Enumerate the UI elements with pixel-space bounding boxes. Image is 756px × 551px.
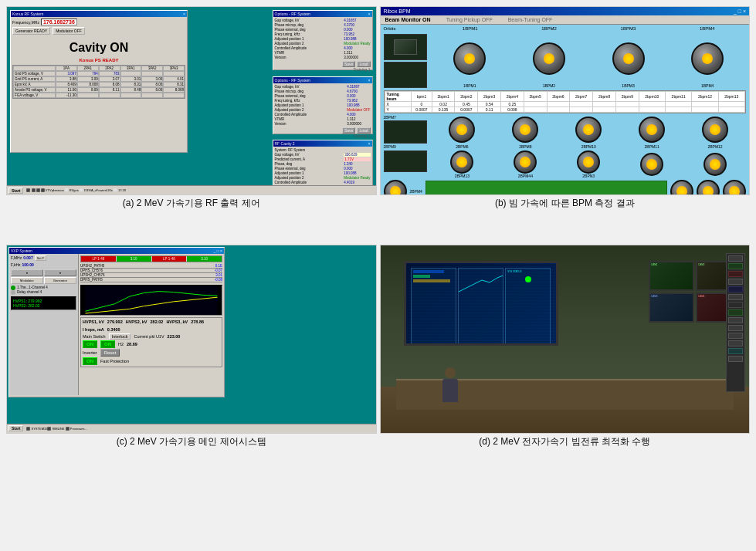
- f-mhz-label: F,MHz: [11, 255, 22, 260]
- bpm-row-4: 2BPM4: [381, 179, 750, 195]
- training1-window: Options - RF System × Gap voltage, kV4.3…: [273, 10, 373, 70]
- cam-monitor-1: CAM1: [649, 261, 694, 291]
- ctrl-start-button[interactable]: Start: [8, 425, 23, 431]
- interlock-label: Interlock: [109, 333, 131, 340]
- bpm-circle-15: [384, 180, 407, 195]
- f-mhz-value: 0.097: [23, 255, 33, 260]
- save-btn-2[interactable]: Save: [342, 127, 355, 134]
- hvps-display-small: HVPS1: 279.992 HVPS2: 282.02: [11, 296, 76, 310]
- rf-main-window: Konus RF System × Frequency,MHz 176.1682…: [10, 10, 188, 153]
- freq-label: Frequency,MHz: [12, 20, 39, 25]
- bpm-circle-11: [514, 150, 537, 174]
- freq-row: Frequency,MHz 176.1682736: [12, 19, 185, 25]
- bpm-circle-8: [639, 117, 665, 143]
- bpm-circle-9: [702, 117, 728, 143]
- taskbar-items: ⬛ ⬛ ⬛ ⬛ VTVpkmasos ⬜ RVgns ⬜ D3S/A_vFowe…: [26, 188, 126, 192]
- tuning-pickup-label: Tuning Pickup OFF: [446, 17, 493, 22]
- ctrl-right-panel: LP 1-48 3.10 LP 1-48 3.10 UPSH2_PATH50.1…: [79, 254, 224, 395]
- bpm-cam-1: [384, 34, 427, 60]
- bpm-col-headers: Orbits 1BPM1 1BPM2 1BPM3 1BPM4: [381, 25, 750, 32]
- bpm-row-1: 1BPM1 1BPM2 1BPM3 1BPM4: [381, 32, 750, 90]
- rf-main-title: Konus RF System ×: [11, 11, 187, 17]
- voltage-table: 1PA 2PA1 2PA2 3PA1 3PA2 3PA3 Grid PS vol…: [12, 65, 185, 99]
- caption-c: (c) 2 MeV 가속기용 메인 제어시스템: [6, 434, 377, 450]
- bpm-circles-row2: 2BPM6 2BPM8 2BPM10 2BPM11: [432, 115, 747, 149]
- hvps-row-main: HVPS1, kV 279.992 HVPS2, kV 282.02 HVPS3…: [80, 317, 222, 367]
- main-ctrl-inner: VXP System _ □ × F,MHz 0.097 Set F: [8, 247, 225, 397]
- bpm-circles-row3: 2BPM13 2BPM44 2BPN3: [432, 150, 747, 178]
- bpm-table-inner: Tuningbeam bpm1 2bpm1 2bpm2 2bpm3 2bpm4 …: [385, 91, 746, 113]
- equipment-racks: [726, 253, 745, 392]
- rf-system-window: Konus RF System × Frequency,MHz 176.1682…: [7, 7, 376, 194]
- panel-c: VXP System _ □ × F,MHz 0.097 Set F: [6, 245, 377, 434]
- bpm-title: Ribox BPM: [384, 8, 411, 14]
- bpm-circle-6: [512, 117, 538, 143]
- training1-body: Gap voltage, kV4.31657 Phase microp, deg…: [273, 17, 372, 73]
- photo-scene: SYS STATUS CAM1: [381, 245, 750, 433]
- bpm-circle-13: [640, 153, 663, 176]
- load-btn-2[interactable]: Load: [357, 127, 370, 134]
- bpm-circle-17: [697, 180, 720, 195]
- training3-title: RF Cavity 2 ×: [273, 140, 372, 147]
- bpm-cam-2: [384, 62, 427, 88]
- main-container: Konus RF System × Frequency,MHz 176.1682…: [0, 0, 756, 551]
- beam-tuning-label: Beam-Tuning OFF: [508, 17, 553, 22]
- bpm-circle-10: [450, 150, 473, 174]
- main-triple-monitor: SYS STATUS: [404, 261, 558, 346]
- caption-b: (b) 빔 가속에 따른 BPM 측정 결과: [380, 195, 751, 211]
- cavity-on-label: Cavity ON: [12, 41, 185, 55]
- on-button-interlock[interactable]: ON: [100, 340, 115, 348]
- load-btn-1[interactable]: Load: [357, 61, 370, 67]
- cam-monitor-3: CAM3: [649, 292, 694, 323]
- caption-a: (a) 2 MeV 가속기용 RF 출력 제어: [6, 195, 377, 211]
- person-silhouette: [442, 367, 458, 402]
- bpm-circle-18: [723, 180, 746, 195]
- ps-ready-label: Konus PS READY: [12, 58, 185, 63]
- taskbar: Start ⬛ ⬛ ⬛ ⬛ VTVpkmasos ⬜ RVgns ⬜ D3S/A…: [7, 185, 376, 194]
- panel-b: Ribox BPM _ □ × Beam Monitor ON Tuning P…: [380, 6, 751, 195]
- bpm-circle-16: [670, 180, 693, 195]
- panel-d: SYS STATUS CAM1: [380, 245, 751, 434]
- main-ctrl-window: VXP System _ □ × F,MHz 0.097 Set F: [7, 245, 376, 433]
- set-f-button[interactable]: Set F: [35, 255, 47, 261]
- main-ctrl-title: VXP System _ □ ×: [9, 248, 224, 254]
- bpm-circle-7: [575, 117, 602, 143]
- chart-area: [80, 285, 222, 316]
- bpm-data-table: Tuningbeam bpm1 2bpm1 2bpm2 2bpm3 2bpm4 …: [384, 90, 747, 113]
- bpm-circle-2: [533, 42, 565, 75]
- rf-main-body: Frequency,MHz 176.1682736 Generator READ…: [11, 17, 187, 100]
- panel-a: Konus RF System × Frequency,MHz 176.1682…: [6, 6, 377, 195]
- bpm-circle-3: [612, 42, 645, 75]
- panel-c-cell: VXP System _ □ × F,MHz 0.097 Set F: [6, 245, 377, 480]
- generator-status[interactable]: Generator READY: [12, 27, 50, 35]
- inverter-label: Inverter: [83, 350, 97, 355]
- reset-button[interactable]: Reset: [100, 349, 120, 357]
- bpm-title-bar: Ribox BPM _ □ ×: [381, 7, 750, 15]
- on-button-2[interactable]: ON: [83, 357, 97, 365]
- bpm-cam-4: [384, 150, 427, 172]
- hvps3-val: 278.86: [191, 319, 204, 324]
- save-btn-1[interactable]: Save: [342, 61, 355, 67]
- ctrl-left-panel: F,MHz 0.097 Set F F,kHz 100.00 ●: [9, 254, 79, 395]
- bpm-circle-5: [449, 117, 475, 143]
- bpm-controls-bar: Beam Monitor ON Tuning Pickup OFF Beam-T…: [381, 15, 750, 25]
- beam-monitor-label: Beam Monitor ON: [385, 17, 431, 22]
- hvps3-label: HVPS3, kV: [166, 319, 188, 324]
- training2-body: Gap voltage, kV4.31897 Phase microp, deg…: [273, 83, 372, 140]
- hvps1-val: 279.992: [107, 319, 123, 324]
- start-button[interactable]: Start: [8, 188, 23, 194]
- bpm-circles-row1: 1BPM1 1BPM2 1BPM3 1BPM4: [432, 34, 747, 88]
- on-button-1[interactable]: ON: [83, 340, 97, 348]
- panel-a-cell: Konus RF System × Frequency,MHz 176.1682…: [6, 6, 377, 242]
- training2-window: Options - RF System × Gap voltage, kV4.3…: [273, 76, 373, 134]
- rf-title-label: Konus RF System: [12, 12, 43, 16]
- status-row: Generator READY Modulator OFF: [12, 27, 185, 35]
- panel-b-cell: Ribox BPM _ □ × Beam Monitor ON Tuning P…: [380, 6, 751, 242]
- param-grid: LP 1-48 3.10 LP 1-48 3.10: [80, 255, 222, 262]
- modulator-status[interactable]: Modulator OFF: [53, 27, 85, 35]
- main-switch-label: Main Switch: [83, 334, 106, 339]
- bpm-grass: [425, 181, 667, 195]
- hvps1-label: HVPS1, kV: [83, 319, 104, 324]
- panel-d-cell: SYS STATUS CAM1: [380, 245, 751, 480]
- fast-protection-label: Fast Protection: [100, 359, 129, 363]
